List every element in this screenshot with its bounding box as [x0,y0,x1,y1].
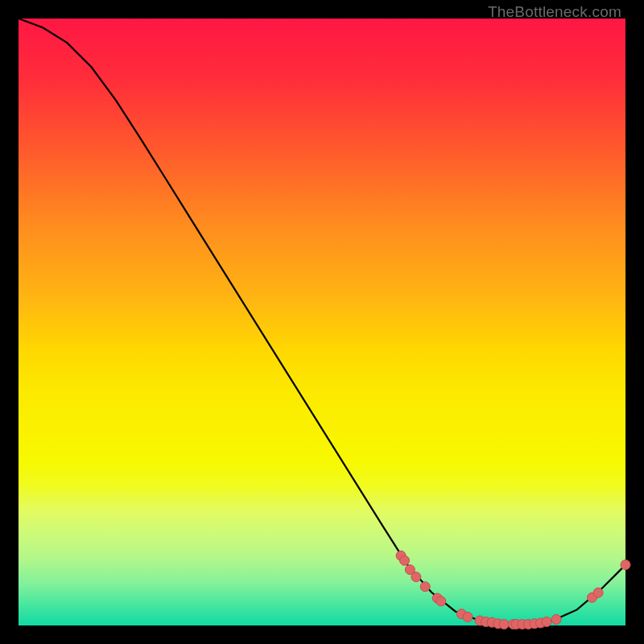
curve-markers [396,551,630,629]
curve-marker [499,619,509,629]
curve-marker [551,614,561,624]
curve-marker [420,582,430,592]
curve-marker [593,588,603,597]
curve-marker [542,617,551,626]
curve-marker [411,572,421,582]
curve-marker [463,612,473,621]
curve-marker [400,555,410,565]
chart-frame: TheBottleneck.com [0,0,644,644]
curve-line [19,19,625,624]
curve-marker [621,560,630,570]
chart-svg [19,19,625,625]
curve-marker [436,597,446,606]
